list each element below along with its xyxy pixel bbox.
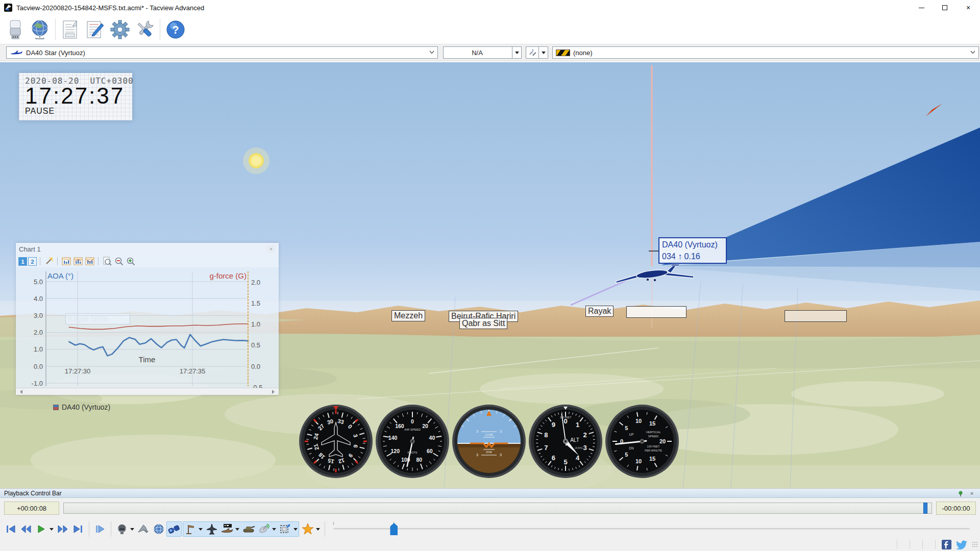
legend-swatch: [53, 405, 59, 410]
notes-button[interactable]: [84, 18, 107, 41]
status-bar-right: [891, 539, 978, 550]
svg-text:10: 10: [635, 458, 642, 464]
svg-text:3.0: 3.0: [34, 312, 43, 319]
svg-text:17:27:30: 17:27:30: [65, 367, 91, 375]
svg-text:UP: UP: [629, 433, 633, 436]
chart-zoom-fit-button[interactable]: [102, 257, 112, 266]
fast-forward-button[interactable]: [55, 521, 70, 537]
aircraft[interactable]: [616, 264, 694, 283]
seek-handle[interactable]: [923, 503, 927, 514]
elapsed-time: +00:00:08: [4, 502, 59, 515]
chart-close-button[interactable]: ×: [266, 245, 276, 253]
svg-text:2.0: 2.0: [34, 329, 43, 336]
chart-page-1-button[interactable]: 1: [18, 257, 27, 266]
svg-text:100 FEET: 100 FEET: [560, 416, 572, 419]
close-button[interactable]: ×: [957, 0, 980, 15]
chart-zoom-in-button[interactable]: [125, 257, 136, 266]
show-labels-arrow[interactable]: [235, 528, 239, 533]
favorites-button[interactable]: [300, 521, 315, 537]
playback-close-button[interactable]: ×: [968, 490, 976, 496]
pin-panel-icon[interactable]: [958, 490, 966, 496]
chevron-down-icon: [429, 51, 434, 54]
chevron-down-icon: [970, 51, 975, 54]
help-button[interactable]: ?: [164, 18, 187, 41]
selection-box-button[interactable]: [278, 521, 293, 537]
svg-text:17:27:35: 17:27:35: [180, 367, 206, 375]
rewind-button[interactable]: [18, 521, 34, 537]
svg-text:ALT: ALT: [570, 437, 579, 443]
svg-text:PER MINUTE: PER MINUTE: [645, 449, 662, 452]
selection-box-arrow[interactable]: [293, 528, 298, 533]
chart-layout-2-button[interactable]: [72, 257, 83, 266]
formation-combo[interactable]: [526, 46, 548, 59]
globe-view-button[interactable]: [151, 521, 166, 537]
3d-viewport[interactable]: 2020-08-20 UTC+0300 17:27:37 PAUSE Kirya…: [0, 62, 980, 488]
settings-gear-button[interactable]: [109, 18, 131, 41]
sun: [243, 147, 270, 174]
svg-text:29.5HG: 29.5HG: [575, 447, 583, 449]
map-label-occluded: [785, 310, 847, 322]
cockpit-view-arrow[interactable]: [130, 528, 134, 533]
chart-panel-header[interactable]: Chart 1 ×: [16, 243, 279, 255]
show-labels-button[interactable]: [219, 521, 235, 537]
flight-log-button[interactable]: [60, 18, 82, 41]
hazard-stripes-icon: [556, 49, 570, 56]
show-ground-objects-button[interactable]: [241, 521, 256, 537]
svg-text:KNOTS: KNOTS: [408, 451, 418, 454]
svg-text:60: 60: [427, 448, 433, 454]
step-forward-button[interactable]: [92, 521, 108, 537]
minimize-button[interactable]: [910, 0, 933, 15]
play-button[interactable]: [34, 521, 49, 537]
skip-to-start-button[interactable]: [3, 521, 18, 537]
seek-bar[interactable]: [63, 503, 932, 514]
scroll-right-arrow[interactable]: [272, 390, 277, 394]
display-filter-group: [183, 521, 299, 537]
windsock-layer-arrow[interactable]: [199, 528, 203, 533]
show-aircraft-button[interactable]: [204, 521, 219, 537]
chart-page-2-button[interactable]: 2: [28, 257, 37, 266]
chart-layout-3-button[interactable]: [84, 257, 95, 266]
skip-to-end-button[interactable]: [70, 521, 86, 537]
telemetry-view-button[interactable]: [166, 521, 182, 537]
primary-object-combo[interactable]: DA40 Star (Vyrtuoz): [6, 46, 438, 59]
svg-text:0.0: 0.0: [34, 363, 43, 370]
online-globe-button[interactable]: [29, 18, 51, 41]
telemetry-source-combo[interactable]: (none): [552, 46, 979, 59]
chart-scrollbar[interactable]: [16, 388, 279, 395]
telemetry-source-label: (none): [573, 49, 593, 57]
svg-text:-1.0: -1.0: [32, 380, 43, 387]
label-leader-line: [649, 251, 658, 252]
chart-wizard-button[interactable]: [43, 257, 54, 266]
facebook-icon[interactable]: [942, 540, 951, 549]
chart-zoom-out-button[interactable]: [113, 257, 124, 266]
show-sensors-arrow[interactable]: [272, 528, 276, 533]
secondary-combo-arrow[interactable]: [512, 47, 521, 58]
svg-text:15: 15: [649, 420, 655, 427]
speed-slider[interactable]: [333, 528, 970, 530]
resize-grip[interactable]: [972, 541, 978, 547]
chart-layout-1-button[interactable]: [61, 257, 71, 266]
import-device-button[interactable]: [4, 18, 27, 41]
svg-text:-0.5: -0.5: [251, 384, 262, 388]
chart-legend: DA40 (Vyrtuoz): [53, 403, 110, 411]
secondary-object-combo[interactable]: N/A: [443, 46, 522, 59]
maximize-button[interactable]: [933, 0, 957, 15]
windsock-layer-button[interactable]: [183, 521, 198, 537]
twitter-icon[interactable]: [955, 539, 968, 549]
external-view-button[interactable]: [136, 521, 151, 537]
chart-plot-area[interactable]: 5.04.03.02.01.00.0-1.02.01.51.00.50.0-0.…: [16, 267, 279, 388]
scroll-left-arrow[interactable]: [18, 390, 22, 394]
play-options-arrow[interactable]: [50, 528, 54, 533]
svg-text:Time: Time: [139, 355, 156, 364]
svg-text:3: 3: [500, 453, 502, 457]
cockpit-view-button[interactable]: [114, 521, 130, 537]
svg-text:20: 20: [422, 423, 428, 429]
favorites-arrow[interactable]: [316, 528, 320, 533]
show-sensors-button[interactable]: [256, 521, 272, 537]
formation-combo-arrow[interactable]: [538, 47, 548, 58]
tools-button[interactable]: [133, 18, 156, 41]
hud-clock: 17:27:37: [25, 85, 127, 107]
aircraft-icon: [10, 49, 23, 56]
aircraft-telemetry-label[interactable]: DA40 (Vyrtuoz) 034 ↑ 0.16: [658, 237, 727, 264]
speed-slider-handle[interactable]: [390, 523, 398, 535]
